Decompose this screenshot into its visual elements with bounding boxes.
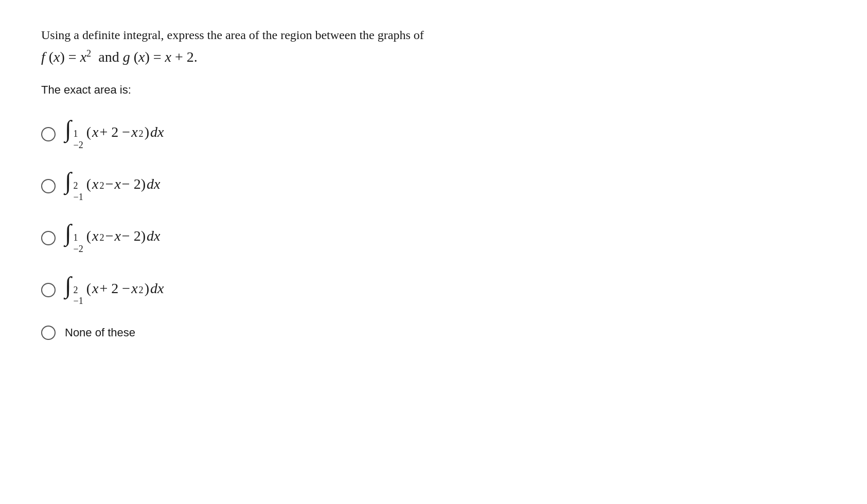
option-d-math: ∫ 2 −1 (x + 2 − x2) dx [65, 274, 164, 307]
option-c-math: ∫ 1 −2 (x2 − x − 2) dx [65, 221, 160, 255]
option-b: ∫ 2 −1 (x2 − x − 2) dx [41, 169, 826, 203]
exact-area-label: The exact area is: [41, 83, 826, 97]
problem-line2: f (x) = x2 and g (x) = x + 2. [41, 46, 826, 68]
option-a: ∫ 1 −2 (x + 2 − x2) dx [41, 117, 826, 151]
option-c: ∫ 1 −2 (x2 − x − 2) dx [41, 221, 826, 255]
option-e: None of these [41, 326, 826, 340]
options-list: ∫ 1 −2 (x + 2 − x2) dx ∫ 2 −1 (x2 − x − … [41, 117, 826, 340]
radio-e[interactable] [41, 326, 56, 340]
option-a-math: ∫ 1 −2 (x + 2 − x2) dx [65, 117, 164, 151]
option-b-math: ∫ 2 −1 (x2 − x − 2) dx [65, 169, 160, 203]
option-d: ∫ 2 −1 (x + 2 − x2) dx [41, 274, 826, 307]
radio-a[interactable] [41, 127, 56, 141]
radio-b[interactable] [41, 179, 56, 193]
radio-d[interactable] [41, 283, 56, 297]
option-e-label: None of these [65, 326, 135, 339]
problem-statement: Using a definite integral, express the a… [41, 26, 826, 68]
radio-c[interactable] [41, 231, 56, 245]
problem-line1: Using a definite integral, express the a… [41, 26, 826, 44]
